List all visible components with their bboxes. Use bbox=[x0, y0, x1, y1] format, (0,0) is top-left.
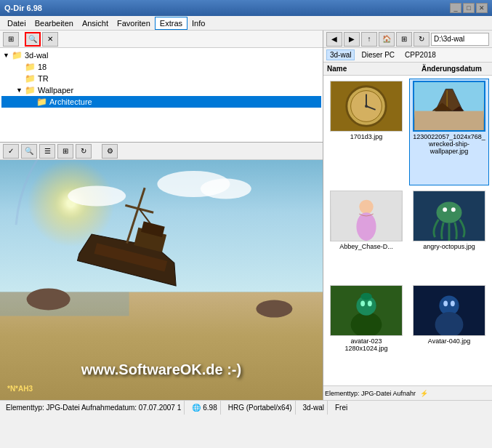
view-btn[interactable]: ⊞ bbox=[396, 32, 412, 47]
file-item-ship[interactable]: 1230022057_1024x768_wrecked-ship-wallpap… bbox=[409, 79, 489, 185]
refresh-btn[interactable]: ↻ bbox=[414, 32, 430, 47]
back-btn[interactable]: ◀ bbox=[326, 32, 342, 47]
menu-extras[interactable]: Extras bbox=[155, 17, 187, 30]
maximize-button[interactable]: □ bbox=[463, 3, 475, 13]
file-item-avatar2[interactable]: Avatar-040.jpg bbox=[409, 283, 489, 383]
globe-icon: 🌐 bbox=[192, 404, 201, 412]
nav-toolbar: ◀ ▶ ↑ 🏠 ⊞ ↻ D:\3d-wal bbox=[323, 31, 492, 48]
tree-item-18[interactable]: 📁 18 bbox=[1, 61, 321, 73]
svg-point-23 bbox=[368, 301, 372, 307]
svg-point-13 bbox=[359, 199, 373, 213]
girl-thumb-svg bbox=[331, 191, 402, 241]
breadcrumb-cpp[interactable]: CPP2018 bbox=[401, 49, 440, 60]
search-btn[interactable]: 🔍 bbox=[25, 32, 41, 47]
menu-ansicht[interactable]: Ansicht bbox=[78, 17, 113, 29]
zoom-btn[interactable]: 🔍 bbox=[21, 144, 37, 159]
tree-item-3dwal[interactable]: ▼ 📁 3d-wal bbox=[1, 49, 321, 61]
svg-point-28 bbox=[443, 301, 448, 307]
menu-bearbeiten[interactable]: Bearbeiten bbox=[31, 17, 78, 29]
file-grid: 1701d3.jpg 1230022057_1024x768_wrecked-s… bbox=[323, 76, 492, 385]
address-bar[interactable]: D:\3d-wal bbox=[431, 33, 489, 46]
watermark-text: www.SoftwareOK.de :-) bbox=[81, 361, 241, 378]
svg-point-24 bbox=[360, 293, 372, 300]
svg-point-29 bbox=[451, 301, 455, 307]
menu-datei[interactable]: Datei bbox=[3, 17, 31, 29]
rotate-btn[interactable]: ↻ bbox=[76, 144, 92, 159]
file-label-avatar2: Avatar-040.jpg bbox=[428, 337, 470, 345]
status-type-right: Elementtyp: JPG-Datei Aufnahr bbox=[325, 390, 416, 397]
folder-icon-arch: 📁 bbox=[36, 97, 47, 107]
file-item-abbey[interactable]: Abbey_Chase-D... bbox=[326, 188, 406, 281]
thumb-btn[interactable]: ⊞ bbox=[57, 144, 73, 159]
status-text: Elementtyp: JPG-Datei Aufnahmedatum: 07.… bbox=[6, 404, 181, 412]
up-btn[interactable]: ↑ bbox=[361, 32, 377, 47]
app-title: Q-Dir 6.98 bbox=[4, 4, 42, 12]
right-panel: ◀ ▶ ↑ 🏠 ⊞ ↻ D:\3d-wal 3d-wal Dieser PC C… bbox=[323, 31, 492, 400]
status-globe: 🌐 6.98 bbox=[189, 401, 220, 415]
window-controls: _ □ ✕ bbox=[450, 3, 488, 13]
svg-point-16 bbox=[437, 201, 462, 223]
status-folder: 3d-wal bbox=[300, 401, 328, 415]
thumb-abbey bbox=[330, 191, 403, 241]
list-btn[interactable]: ☰ bbox=[39, 144, 55, 159]
tree-pane[interactable]: ▼ 📁 3d-wal 📁 18 📁 TR ▼ 📁 Wallpaper bbox=[0, 48, 323, 143]
status-free: Frei bbox=[332, 401, 350, 415]
status-folder-name: 3d-wal bbox=[303, 404, 324, 412]
tree-toolbar: ⊞ 🔍 ✕ bbox=[0, 31, 323, 48]
file-item-1701[interactable]: 1701d3.jpg bbox=[326, 79, 406, 185]
status-portable: HRG (Portabel/x64) bbox=[225, 401, 296, 415]
file-label-1701: 1701d3.jpg bbox=[350, 133, 383, 140]
svg-point-17 bbox=[443, 207, 447, 212]
title-bar: Q-Dir 6.98 _ □ ✕ bbox=[0, 0, 492, 16]
tree-item-architecture[interactable]: 📁 Architecture bbox=[1, 96, 321, 108]
breadcrumb-bar: 3d-wal Dieser PC CPP2018 bbox=[323, 48, 492, 63]
col-date[interactable]: Änderungsdatum bbox=[421, 64, 489, 73]
folder-icon-18: 📁 bbox=[25, 62, 36, 72]
left-panel: ⊞ 🔍 ✕ ▼ 📁 3d-wal 📁 18 📁 TR ▼ bbox=[0, 31, 323, 400]
file-item-avatar1[interactable]: avatar-023 1280x1024.jpg bbox=[326, 283, 406, 383]
thumb-avatar2 bbox=[413, 285, 485, 336]
col-name[interactable]: Name bbox=[326, 64, 421, 73]
tree-item-tr[interactable]: 📁 TR bbox=[1, 73, 321, 84]
status-free-label: Frei bbox=[335, 404, 347, 412]
svg-rect-7 bbox=[415, 111, 483, 130]
preview-area: www.SoftwareOK.de :-) *N*AH3 bbox=[0, 160, 323, 400]
close-tree-btn[interactable]: ✕ bbox=[42, 32, 58, 47]
file-list-header: Name Änderungsdatum bbox=[323, 63, 492, 76]
file-label-abbey: Abbey_Chase-D... bbox=[339, 243, 393, 250]
status-bar-right: Elementtyp: JPG-Datei Aufnahr ⚡ bbox=[323, 385, 492, 400]
breadcrumb-3dwal[interactable]: 3d-wal bbox=[326, 49, 355, 60]
menu-favoriten[interactable]: Favoriten bbox=[113, 17, 155, 29]
thumb-avatar1 bbox=[330, 285, 403, 336]
minimize-button[interactable]: _ bbox=[450, 3, 461, 13]
thumb-ship bbox=[413, 81, 485, 132]
thumb-octopus bbox=[413, 191, 485, 241]
settings-btn[interactable]: ⚙ bbox=[102, 144, 118, 159]
grid-view-btn[interactable]: ⊞ bbox=[3, 32, 19, 47]
file-item-octopus[interactable]: angry-octopus.jpg bbox=[409, 188, 489, 281]
status-lightning-icon: ⚡ bbox=[420, 390, 428, 397]
folder-icon-tr: 📁 bbox=[25, 73, 36, 84]
img-toolbar: ✓ 🔍 ☰ ⊞ ↻ ⚙ bbox=[0, 143, 323, 160]
svg-point-18 bbox=[451, 207, 456, 212]
svg-point-5 bbox=[365, 105, 368, 108]
thumb-1701 bbox=[330, 81, 403, 132]
menu-info[interactable]: Info bbox=[187, 17, 209, 29]
forward-btn[interactable]: ▶ bbox=[344, 32, 360, 47]
breadcrumb-pc[interactable]: Dieser PC bbox=[358, 49, 398, 60]
file-label-octopus: angry-octopus.jpg bbox=[423, 243, 475, 250]
status-left: Elementtyp: JPG-Datei Aufnahmedatum: 07.… bbox=[3, 401, 185, 415]
check-btn[interactable]: ✓ bbox=[3, 144, 19, 159]
home-btn[interactable]: 🏠 bbox=[379, 32, 395, 47]
tree-item-wallpaper[interactable]: ▼ 📁 Wallpaper bbox=[1, 84, 321, 96]
octopus-thumb-svg bbox=[414, 191, 485, 241]
folder-icon-wallpaper: 📁 bbox=[25, 85, 36, 95]
status-bar: Elementtyp: JPG-Datei Aufnahmedatum: 07.… bbox=[0, 400, 492, 415]
status-portable-label: HRG (Portabel/x64) bbox=[228, 404, 292, 412]
clock-thumb-svg bbox=[331, 81, 402, 131]
avatar2-thumb-svg bbox=[414, 286, 485, 335]
status-version: 6.98 bbox=[203, 404, 217, 412]
svg-point-14 bbox=[356, 212, 376, 241]
close-button[interactable]: ✕ bbox=[476, 3, 488, 13]
main-area: ⊞ 🔍 ✕ ▼ 📁 3d-wal 📁 18 📁 TR ▼ bbox=[0, 31, 492, 400]
